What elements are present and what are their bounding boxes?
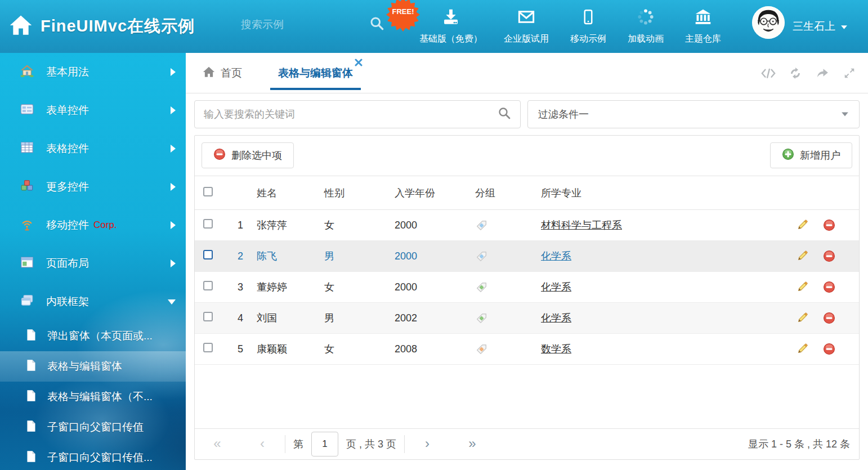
frames-icon	[20, 294, 34, 310]
sidebar-item[interactable]: 表单控件	[0, 91, 186, 129]
sidebar-subitem[interactable]: 子窗口向父窗口传值	[0, 412, 186, 442]
table-row[interactable]: 2陈飞男2000化学系	[195, 241, 859, 272]
filter-value: 过滤条件一	[538, 108, 841, 121]
main-content: 首页 表格与编辑窗体 过滤条件一	[186, 53, 868, 470]
table-row[interactable]: 5康颖颖女2008数学系	[195, 334, 859, 365]
edit-pencil-icon[interactable]	[796, 312, 808, 324]
cell-gender: 男	[324, 311, 395, 325]
edit-pencil-icon[interactable]	[796, 281, 808, 293]
cell-gender: 女	[324, 218, 395, 232]
header-nav-spinner[interactable]: 加载动画	[617, 8, 674, 45]
share-icon[interactable]	[815, 66, 830, 80]
filter-dropdown[interactable]: 过滤条件一	[527, 100, 860, 128]
table-row[interactable]: 4刘国男2002化学系	[195, 303, 859, 334]
header-search-input[interactable]	[241, 19, 325, 31]
sidebar-item[interactable]: 表格控件	[0, 129, 186, 168]
chevron-right-icon	[171, 106, 176, 114]
chevron-right-icon	[171, 221, 176, 229]
delete-minus-icon[interactable]	[823, 343, 835, 355]
cell-year: 2000	[395, 281, 475, 293]
phone-icon	[580, 8, 597, 28]
major-link[interactable]: 材料科学与工程系	[541, 220, 622, 231]
header-nav: 基础版（免费）企业版试用移动示例加载动画主题仓库	[409, 8, 732, 45]
page-tools	[761, 66, 857, 80]
sidebar-subitem[interactable]: 表格与编辑窗体（不...	[0, 382, 186, 412]
edit-pencil-icon[interactable]	[796, 250, 808, 262]
tab-active[interactable]: 表格与编辑窗体	[270, 53, 361, 93]
delete-minus-icon[interactable]	[823, 312, 835, 324]
sidebar-item[interactable]: 内联框架	[0, 283, 186, 321]
form-icon	[20, 102, 34, 118]
sidebar-subitem[interactable]: 表格与编辑窗体	[0, 351, 186, 382]
sidebar-subitem[interactable]: 弹出窗体（本页面或...	[0, 321, 186, 351]
row-checkbox[interactable]	[203, 343, 213, 352]
chevron-right-icon	[171, 259, 176, 267]
tag-icon	[475, 312, 541, 325]
table-row[interactable]: 3董婷婷女2000化学系	[195, 272, 859, 303]
next-page-button[interactable]: ›	[405, 436, 450, 453]
tag-icon	[475, 281, 541, 294]
tab-home[interactable]: 首页	[203, 53, 242, 93]
user-avatar[interactable]	[752, 6, 785, 39]
record-summary: 显示 1 - 5 条 , 共 12 条	[748, 437, 859, 451]
last-page-button[interactable]: »	[450, 436, 495, 453]
select-all-checkbox[interactable]	[203, 187, 213, 196]
app-logo[interactable]: FineUIMvc在线示例	[9, 14, 195, 39]
grid-toolbar: 删除选中项 新增用户	[195, 136, 859, 176]
row-checkbox[interactable]	[203, 281, 213, 290]
sidebar-item[interactable]: 移动控件Corp.	[0, 206, 186, 244]
edit-pencil-icon[interactable]	[796, 343, 808, 355]
expand-icon[interactable]	[842, 66, 857, 80]
sidebar-subitem-label: 子窗口向父窗口传值...	[47, 450, 153, 465]
user-menu[interactable]: 三生石上	[793, 19, 848, 34]
header-nav-bank[interactable]: 主题仓库	[674, 8, 732, 45]
major-link[interactable]: 化学系	[541, 281, 571, 293]
major-link[interactable]: 数学系	[541, 343, 571, 355]
column-header-gender[interactable]: 性别	[324, 186, 395, 200]
sidebar-item-label: 页面布局	[46, 256, 89, 271]
header-nav-download[interactable]: 基础版（免费）	[409, 8, 493, 45]
column-header-year[interactable]: 入学年份	[395, 186, 475, 200]
column-header-name[interactable]: 姓名	[257, 186, 324, 200]
chevron-right-icon	[171, 183, 176, 191]
add-user-button[interactable]: 新增用户	[770, 142, 852, 168]
major-link[interactable]: 化学系	[541, 312, 571, 324]
row-checkbox[interactable]	[203, 219, 213, 229]
corp-badge: Corp.	[93, 220, 117, 231]
delete-minus-icon[interactable]	[823, 219, 835, 231]
header-nav-envelope[interactable]: 企业版试用	[493, 8, 560, 45]
edit-pencil-icon[interactable]	[796, 219, 808, 231]
header-nav-label: 加载动画	[628, 33, 664, 45]
table-row[interactable]: 1张萍萍女2000材料科学与工程系	[195, 210, 859, 241]
sidebar-item[interactable]: 页面布局	[0, 244, 186, 283]
first-page-button[interactable]: «	[195, 436, 240, 453]
delete-minus-icon[interactable]	[823, 250, 835, 262]
refresh-icon[interactable]	[788, 66, 803, 80]
sidebar-subitem[interactable]: 子窗口向父窗口传值...	[0, 442, 186, 470]
source-code-icon[interactable]	[761, 66, 776, 80]
search-icon[interactable]	[498, 106, 511, 122]
sidebar-item-label: 基本用法	[46, 65, 89, 79]
major-link[interactable]: 化学系	[541, 250, 571, 262]
sidebar-item[interactable]: 更多控件	[0, 168, 186, 206]
tab-close-icon[interactable]	[355, 59, 363, 66]
plus-icon	[782, 148, 794, 163]
column-header-group[interactable]: 分组	[475, 186, 541, 200]
cell-gender: 男	[324, 249, 395, 263]
column-header-major[interactable]: 所学专业	[541, 186, 786, 200]
keyword-search-input[interactable]	[204, 109, 498, 120]
row-number: 2	[222, 250, 247, 262]
sidebar-item[interactable]: 基本用法	[0, 53, 186, 91]
sidebar-subitem-label: 表格与编辑窗体（不...	[47, 390, 153, 404]
header-nav-phone[interactable]: 移动示例	[560, 8, 617, 45]
delete-minus-icon[interactable]	[823, 281, 835, 293]
row-checkbox[interactable]	[203, 312, 213, 321]
row-checkbox[interactable]	[203, 250, 213, 259]
prev-page-button[interactable]: ‹	[240, 436, 285, 453]
search-icon[interactable]	[369, 16, 384, 33]
chevron-right-icon	[171, 68, 176, 76]
delete-selected-button[interactable]: 删除选中项	[202, 142, 294, 168]
tab-bar: 首页 表格与编辑窗体	[186, 53, 868, 93]
cell-name: 董婷婷	[257, 280, 324, 294]
page-number-input[interactable]	[311, 432, 338, 456]
